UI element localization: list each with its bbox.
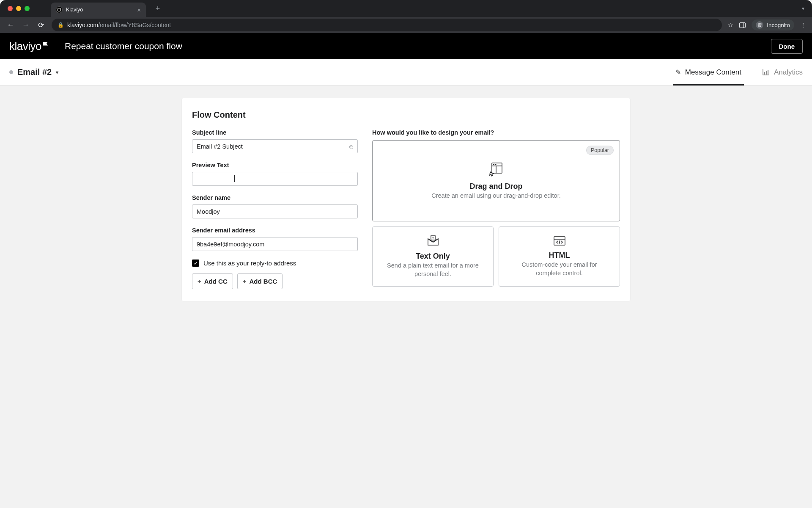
drag-drop-icon <box>488 162 504 177</box>
add-bcc-label: Add BCC <box>250 278 277 285</box>
svg-text:T: T <box>432 236 434 240</box>
minimize-window-icon[interactable] <box>16 6 21 11</box>
svg-rect-0 <box>764 72 765 75</box>
tab-analytics[interactable]: Analytics <box>763 59 803 85</box>
svg-rect-6 <box>493 164 494 165</box>
panel-icon[interactable] <box>739 22 746 28</box>
preview-label: Preview Text <box>192 162 358 168</box>
add-cc-button[interactable]: + Add CC <box>192 273 233 289</box>
popular-badge: Popular <box>586 146 614 155</box>
done-button[interactable]: Done <box>771 39 803 54</box>
menu-icon[interactable]: ⋮ <box>800 22 806 28</box>
design-heading: How would you like to design your email? <box>372 129 620 136</box>
option-title: Drag and Drop <box>469 182 522 191</box>
option-desc: Create an email using our drag-and-drop … <box>431 192 560 200</box>
option-text-only[interactable]: T Text Only Send a plain text email for … <box>372 226 494 287</box>
tab-message-content[interactable]: ✎ Message Content <box>675 59 741 85</box>
code-icon <box>553 236 566 246</box>
option-desc: Custom-code your email for complete cont… <box>509 261 609 277</box>
option-title: HTML <box>549 251 570 260</box>
flow-content-panel: Flow Content Subject line ☺ Preview Text… <box>182 98 630 301</box>
tabs-overflow-icon[interactable]: ▾ <box>802 6 804 11</box>
klaviyo-logo[interactable]: klaviyo <box>9 40 48 53</box>
breadcrumb-label: Email #2 <box>17 67 52 77</box>
maximize-window-icon[interactable] <box>25 6 30 11</box>
chart-icon <box>763 69 770 75</box>
option-drag-and-drop[interactable]: Popular Drag and Drop Create an email us… <box>372 140 620 221</box>
forward-button[interactable]: → <box>21 21 30 29</box>
close-window-icon[interactable] <box>8 6 13 11</box>
preview-input[interactable] <box>192 172 358 186</box>
subject-label: Subject line <box>192 129 358 136</box>
tab-label: Analytics <box>774 68 803 77</box>
status-dot-icon <box>9 70 13 74</box>
reply-to-label: Use this as your reply-to address <box>203 260 296 267</box>
tab-label: Message Content <box>685 68 741 77</box>
option-desc: Send a plain text email for a more perso… <box>383 262 483 278</box>
url-field[interactable]: 🔒 klaviyo.com/email/flow/Y8SaGs/content <box>52 19 722 31</box>
option-html[interactable]: HTML Custom-code your email for complete… <box>499 226 620 287</box>
email-selector[interactable]: Email #2 ▾ <box>9 67 58 77</box>
page-title: Repeat customer coupon flow <box>65 41 182 51</box>
pencil-icon: ✎ <box>675 68 681 76</box>
incognito-badge[interactable]: 覆 Incognito <box>752 19 794 30</box>
subject-input[interactable] <box>192 139 358 153</box>
add-cc-label: Add CC <box>204 278 228 285</box>
panel-title: Flow Content <box>192 110 620 120</box>
text-icon: T <box>427 235 439 247</box>
url-domain: klaviyo.com <box>67 22 98 28</box>
app-header: klaviyo Repeat customer coupon flow Done <box>0 33 812 59</box>
text-cursor-icon <box>234 175 235 182</box>
add-bcc-button[interactable]: + Add BCC <box>237 273 283 289</box>
svg-rect-2 <box>768 70 768 75</box>
sender-email-label: Sender email address <box>192 227 358 234</box>
tab-title: Klaviyo <box>66 7 83 13</box>
svg-line-12 <box>559 240 560 244</box>
favicon-icon <box>56 6 63 13</box>
reload-button[interactable]: ⟳ <box>36 21 46 30</box>
logo-flag-icon <box>43 42 48 46</box>
bookmark-icon[interactable]: ☆ <box>728 22 733 28</box>
sender-email-input[interactable] <box>192 237 358 251</box>
option-title: Text Only <box>416 252 450 261</box>
plus-icon: + <box>198 278 201 285</box>
sub-header: Email #2 ▾ ✎ Message Content Analytics <box>0 59 812 86</box>
plus-icon: + <box>243 278 247 285</box>
url-path: /email/flow/Y8SaGs/content <box>98 22 171 28</box>
chevron-down-icon: ▾ <box>56 69 58 75</box>
browser-tab-strip: Klaviyo × + ▾ <box>0 0 812 17</box>
logo-text: klaviyo <box>9 40 41 53</box>
emoji-icon[interactable]: ☺ <box>348 143 354 150</box>
close-tab-icon[interactable]: × <box>137 6 141 14</box>
new-tab-button[interactable]: + <box>152 3 164 14</box>
sender-name-label: Sender name <box>192 194 358 201</box>
sender-name-input[interactable] <box>192 204 358 218</box>
lock-icon: 🔒 <box>58 22 64 28</box>
address-bar: ← → ⟳ 🔒 klaviyo.com/email/flow/Y8SaGs/co… <box>0 17 812 33</box>
incognito-label: Incognito <box>767 22 790 28</box>
incognito-icon: 覆 <box>756 21 763 29</box>
back-button[interactable]: ← <box>6 21 15 29</box>
checkbox-checked-icon[interactable]: ✓ <box>192 260 199 267</box>
window-controls <box>8 6 30 11</box>
browser-tab[interactable]: Klaviyo × <box>51 3 146 17</box>
svg-rect-7 <box>495 164 497 165</box>
reply-to-checkbox-row[interactable]: ✓ Use this as your reply-to address <box>192 260 358 267</box>
svg-rect-1 <box>766 71 767 75</box>
